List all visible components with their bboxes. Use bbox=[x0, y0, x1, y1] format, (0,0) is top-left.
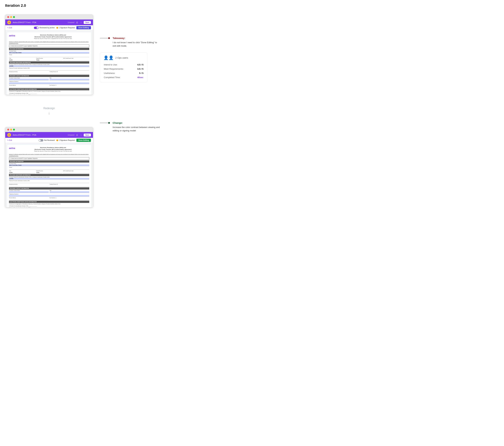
reviewed-toggle-top[interactable] bbox=[34, 27, 39, 29]
assigning-auth-input-b[interactable] bbox=[9, 185, 49, 187]
redesign-arrow: Redesign ↓ bbox=[5, 105, 93, 117]
green-connector-dot bbox=[108, 122, 110, 124]
connector-top bbox=[100, 37, 110, 39]
stats-table: Intend to Use: 4.5 / 5 Meet Requirements… bbox=[104, 62, 144, 79]
form-checkbox[interactable]: ☐ Check here to enroll EFT to your Capit… bbox=[9, 45, 89, 47]
reviewed-toggle-bottom[interactable] bbox=[39, 139, 43, 141]
takeaway-box: Takeaway: I do not know I need to click … bbox=[113, 37, 160, 47]
stat-row-meet: Meet Requirements: 3.5 / 5 bbox=[104, 67, 144, 71]
identifiers-header-b: PROVIDER IDENTIFIERS INFORMATION bbox=[9, 174, 89, 176]
browser-titlebar bbox=[5, 15, 93, 19]
unsaved-label: Unsaved bbox=[68, 21, 74, 23]
stat-label-meet: Meet Requirements: bbox=[104, 67, 134, 71]
reviewed-label-top: Reviewed by jechen bbox=[39, 27, 55, 29]
ein-input[interactable] bbox=[9, 65, 89, 67]
stats-box: 👤👤 2 Ops users Intend to Use: 4.5 / 5 Me… bbox=[100, 53, 147, 82]
app-logo-bottom: ✿ bbox=[7, 133, 11, 137]
page-title: Iteration 2.0 bbox=[5, 3, 499, 8]
npi-input-b[interactable] bbox=[9, 181, 89, 183]
close-dot bbox=[7, 16, 9, 18]
print-button[interactable]: ⎙ bbox=[76, 21, 78, 24]
stat-value-meet: 3.5 / 5 bbox=[134, 67, 144, 71]
takeaway-title: Takeaway: bbox=[113, 37, 160, 39]
form-checkbox-bottom[interactable]: ☐ Check here to enroll EFT to your Capit… bbox=[9, 157, 89, 160]
zip-input-b[interactable] bbox=[63, 172, 89, 174]
contact-header: PROVIDER CONTACT INFORMATION bbox=[9, 75, 89, 77]
city-input[interactable] bbox=[9, 59, 35, 61]
contact-name-input[interactable] bbox=[9, 79, 49, 80]
zip-input[interactable] bbox=[63, 59, 89, 61]
provider-info-header-b: PROVIDER INFORMATION bbox=[9, 160, 89, 163]
aetna-logo: aetna bbox=[9, 34, 15, 38]
phone-input[interactable] bbox=[9, 82, 89, 84]
stat-row-useful: Usefulness: 5 / 5 bbox=[104, 71, 144, 75]
close-dot-bottom bbox=[7, 129, 9, 131]
trading-partner-input[interactable] bbox=[50, 73, 89, 74]
aetna-logo-bottom: aetna bbox=[9, 147, 15, 150]
signature-badge-bottom: 1 Signature Required bbox=[56, 139, 75, 141]
change-title: Change: bbox=[113, 121, 160, 124]
connector-bottom bbox=[100, 122, 110, 124]
app-subbar-bottom: ✎ Edit Not Reviewed 1 Signature Requi bbox=[5, 138, 93, 143]
download-button[interactable]: ↑ bbox=[80, 21, 82, 24]
provider-name-input[interactable] bbox=[9, 52, 89, 54]
phone-input-b[interactable] bbox=[9, 195, 89, 197]
street-input-b[interactable] bbox=[9, 168, 89, 170]
done-editing-button-bottom[interactable]: Done Editing bbox=[76, 139, 91, 142]
done-editing-button-top[interactable]: Done Editing bbox=[76, 26, 91, 29]
change-box: Change: Increase the color contrast betw… bbox=[113, 121, 160, 132]
app-logo: ✿ bbox=[7, 20, 11, 24]
title-input[interactable] bbox=[50, 79, 89, 80]
stat-row-time: Completed Time: 40sec bbox=[104, 75, 144, 79]
contact-name-input-b[interactable] bbox=[9, 191, 49, 193]
change-text: Increase the color contrast between view… bbox=[113, 126, 160, 132]
email-input[interactable] bbox=[9, 86, 49, 88]
form-asterisk: Asterisk (*) indicates required fields w… bbox=[9, 41, 89, 44]
contact-header-b: PROVIDER CONTACT INFORMATION bbox=[9, 187, 89, 190]
red-connector-dot bbox=[108, 37, 110, 39]
print-button-bottom[interactable]: ⎙ bbox=[76, 134, 78, 137]
npi-input[interactable] bbox=[9, 69, 89, 71]
signature-badge-top: 1 Signature Required bbox=[56, 27, 75, 29]
provider-name-input-b[interactable] bbox=[9, 164, 89, 166]
trading-partner-input-b[interactable] bbox=[50, 185, 89, 187]
stat-value-useful: 5 / 5 bbox=[134, 71, 144, 75]
provider-info-header: PROVIDER INFORMATION bbox=[9, 48, 89, 50]
save-button-bottom[interactable]: Save bbox=[84, 134, 91, 136]
edit-button-top[interactable]: ✎ Edit bbox=[7, 27, 12, 29]
stat-label-useful: Usefulness: bbox=[104, 71, 134, 75]
ops-icons: 👤👤 bbox=[104, 56, 114, 60]
pencil-icon-bottom: ✎ bbox=[7, 139, 9, 141]
city-input-b[interactable] bbox=[9, 172, 35, 174]
app-toolbar: ✿ Aetna ERA EFT Form - POA Unsaved ⎙ ↑ S… bbox=[5, 19, 93, 25]
download-button-bottom[interactable]: ↑ bbox=[80, 134, 82, 137]
save-button[interactable]: Save bbox=[84, 21, 91, 24]
maximize-dot bbox=[13, 16, 15, 18]
form-subtitle-bottom: Please fax only one TIN per form. A sepa… bbox=[17, 150, 89, 152]
edit-button-bottom[interactable]: ✎ Edit bbox=[7, 139, 12, 141]
state-input[interactable] bbox=[36, 59, 62, 61]
fax-input-b[interactable] bbox=[50, 198, 89, 200]
minimize-dot bbox=[10, 16, 12, 18]
app-subbar-top: ✎ Edit Reviewed by jechen 1 Signature bbox=[5, 25, 93, 30]
form-title-bottom: Electronic Remittance Advice (ERA) andEl… bbox=[17, 147, 89, 150]
stat-label-time: Completed Time: bbox=[104, 75, 134, 79]
browser-titlebar-bottom bbox=[5, 127, 93, 132]
stat-value-intend: 4.5 / 5 bbox=[134, 62, 144, 67]
browser-window-top: ✿ Aetna ERA EFT Form - POA Unsaved ⎙ ↑ S… bbox=[5, 15, 93, 95]
app-title-bottom: Aetna ERA EFT Form - POA bbox=[13, 134, 66, 136]
ein-input-b[interactable] bbox=[9, 178, 89, 179]
fax-input[interactable] bbox=[50, 86, 89, 88]
form-container-bottom: aetna Electronic Remittance Advice (ERA)… bbox=[5, 143, 93, 207]
title-input-b[interactable] bbox=[50, 191, 89, 193]
street-input[interactable] bbox=[9, 56, 89, 57]
browser-window-bottom: ✿ Aetna ERA EFT Form - POA Unsaved ⎙ ↑ S… bbox=[5, 127, 93, 208]
stat-value-time: 40sec bbox=[134, 75, 144, 79]
form-subtitle: Please fax only one TIN per form. A sepa… bbox=[17, 38, 89, 39]
takeaway-text: I do not know I need to click "Done Edit… bbox=[113, 41, 160, 47]
assigning-auth-input[interactable] bbox=[9, 73, 49, 74]
maximize-dot-bottom bbox=[13, 129, 15, 131]
state-input-b[interactable] bbox=[36, 172, 62, 174]
email-input-b[interactable] bbox=[9, 198, 49, 200]
unsaved-label-bottom: Unsaved bbox=[68, 134, 74, 136]
